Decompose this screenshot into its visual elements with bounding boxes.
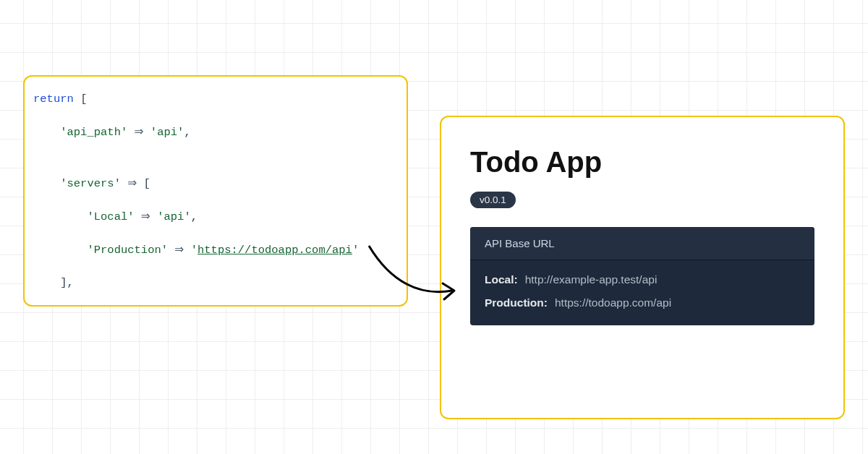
code-card: return [ 'api_path' ⇒ 'api', 'servers' ⇒… (23, 75, 408, 307)
app-card: Todo App v0.0.1 API Base URL Local: http… (440, 116, 845, 419)
api-row-label: Local: (485, 273, 518, 286)
api-row-label: Production: (485, 296, 548, 309)
api-box: API Base URL Local: http://example-app.t… (470, 227, 814, 325)
string: 'servers' (60, 177, 121, 190)
arrow: ⇒ (141, 210, 150, 223)
api-row-url: https://todoapp.com/api (555, 296, 671, 309)
code-line: return [ (33, 91, 398, 108)
code-line: 'Production' ⇒ 'https://todoapp.com/api' (33, 241, 398, 259)
api-box-body: Local: http://example-app.test/api Produ… (470, 260, 814, 325)
punct: , (67, 276, 74, 289)
string: 'Local' (87, 210, 134, 223)
app-title: Todo App (470, 146, 814, 179)
punct: , (191, 210, 197, 223)
code-line: 'servers' ⇒ [ (33, 175, 398, 192)
punct: [ (144, 177, 150, 190)
code-line: 'Local' ⇒ 'api', (33, 208, 398, 226)
api-box-header: API Base URL (470, 227, 814, 260)
api-row: Production: https://todoapp.com/api (485, 296, 800, 309)
api-row-url: http://example-app.test/api (525, 273, 658, 286)
code-line: ], (33, 275, 398, 291)
arrow: ⇒ (127, 176, 137, 189)
arrow: ⇒ (174, 243, 184, 256)
api-row: Local: http://example-app.test/api (485, 273, 800, 286)
code-line: 'api_path' ⇒ 'api', (33, 124, 398, 141)
string: 'api' (157, 210, 191, 223)
string: 'api' (150, 126, 184, 139)
arrow: ⇒ (135, 125, 144, 138)
url-literal: https://todoapp.com/api (197, 244, 352, 257)
string: ' (191, 244, 197, 257)
string: 'Production' (87, 244, 168, 257)
version-badge: v0.0.1 (470, 192, 516, 208)
string: ' (352, 244, 359, 257)
string: 'api_path' (60, 126, 127, 139)
punct: ] (60, 276, 67, 289)
punct: , (184, 126, 190, 139)
keyword: return (33, 93, 74, 106)
punct: [ (80, 93, 87, 106)
